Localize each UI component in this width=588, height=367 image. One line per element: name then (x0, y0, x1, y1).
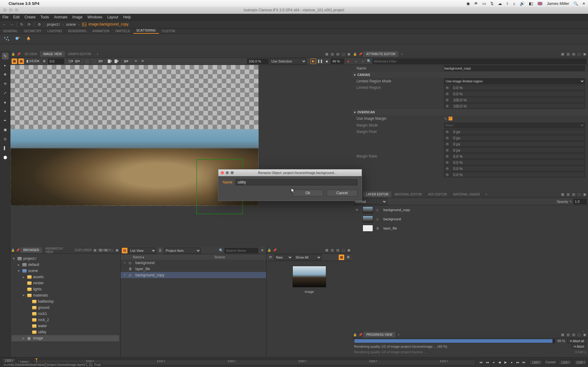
grid-icon[interactable]: ▦ (325, 52, 329, 56)
menu-file[interactable]: File (2, 15, 8, 19)
wand-tool-icon[interactable]: ✦ (2, 108, 9, 115)
col-name[interactable]: Name ▸ (121, 255, 213, 259)
filter-icon[interactable]: ☰ (157, 248, 163, 253)
limited-region-mode-select[interactable]: Use image limited region (444, 78, 585, 84)
scale-tool-icon[interactable]: ⤢ (2, 89, 9, 96)
tab-browser[interactable]: BROWSER (20, 247, 42, 253)
col-source[interactable]: Source (213, 255, 266, 259)
shelf-tab-animation[interactable]: ANIMATION (89, 28, 112, 34)
attr-value[interactable]: 0.0 % (451, 172, 585, 177)
menu-image[interactable]: Image (72, 15, 82, 19)
forward-icon[interactable]: → (360, 59, 366, 64)
tree-node[interactable]: render (33, 281, 44, 285)
play-icon[interactable]: ▶ (503, 360, 508, 365)
ruler-tool-icon[interactable]: ▌ (2, 145, 9, 151)
back-icon[interactable]: ← (353, 59, 359, 64)
volume-icon[interactable]: 🔊 (520, 1, 525, 6)
add-tab-icon[interactable]: + (483, 191, 490, 197)
list-body[interactable]: +◇background 🗎layer_file +◇background_co… (121, 260, 266, 357)
overscan-icon[interactable]: ⬛ (91, 59, 96, 64)
maximize-icon[interactable]: ▢ (109, 248, 114, 252)
grid-icon[interactable]: ▦ (560, 192, 565, 197)
crop-tool-icon[interactable]: ▣ (2, 126, 9, 133)
rotate-tool-icon[interactable]: ⟲ (2, 80, 9, 87)
battery-icon[interactable]: ▮▯ (529, 1, 533, 6)
tree-node[interactable]: rock_2 (38, 318, 49, 322)
layer-row[interactable]: ◇background (352, 214, 588, 224)
use-image-margin-checkbox[interactable] (448, 116, 453, 121)
attribute-editor-body[interactable]: Name ▾CANVAS Limited Region Mode Use ima… (352, 65, 588, 191)
list-row[interactable]: +◇background (121, 260, 266, 266)
maximize-icon[interactable]: ▢ (341, 248, 345, 252)
tree-node[interactable]: default (28, 263, 39, 267)
next-key-icon[interactable]: ▸▸ (515, 360, 520, 365)
abort-all-button[interactable]: ✕ Abort all (567, 339, 586, 343)
menu-help[interactable]: Help (123, 15, 131, 19)
menu-tools[interactable]: Tools (40, 15, 49, 19)
exposure-icon[interactable]: ⊕ (41, 59, 47, 64)
dropbox-icon[interactable]: ⇅ (490, 1, 494, 6)
tab-aov-editor[interactable]: AOV EDITOR (425, 191, 450, 197)
maximize-icon[interactable]: ▢ (577, 192, 581, 197)
split-v-icon[interactable]: ▥ (566, 52, 570, 56)
tree-node[interactable]: utility (38, 330, 46, 334)
status-icon[interactable]: 👁 (474, 1, 478, 6)
keyframe-icon[interactable]: ⎋ (444, 160, 450, 165)
refresh-all-icon[interactable]: ⟳ (27, 22, 32, 27)
list-row[interactable]: 🗎layer_file (121, 266, 266, 272)
tab-hierarchy[interactable]: HIERARCHY VIEW (42, 246, 72, 255)
split-h-icon[interactable]: ▤ (571, 333, 576, 337)
section-canvas[interactable]: ▾CANVAS (352, 72, 588, 78)
close-icon[interactable]: ▣ (582, 192, 587, 197)
shelf-tab-custom[interactable]: CUSTOM (159, 28, 178, 34)
point-cloud-icon[interactable] (14, 36, 21, 42)
close-icon[interactable]: ▣ (582, 52, 587, 56)
attr-filter-input[interactable] (372, 59, 587, 64)
tab-explorer[interactable]: EXPLORER (72, 247, 95, 253)
channels-icon[interactable]: ◫▾ (68, 59, 74, 64)
split-v-icon[interactable]: ▥ (566, 333, 570, 337)
shelf-tab-lighting[interactable]: LIGHTING (44, 28, 65, 34)
prev-key-icon[interactable]: ◂◂ (485, 360, 490, 365)
checker2-icon[interactable]: ▦ (18, 59, 24, 64)
grid-icon[interactable]: ▦ (560, 52, 565, 56)
go-start-icon[interactable]: ⏮ (479, 360, 484, 365)
go-end-icon[interactable]: ⏭ (522, 360, 526, 365)
zoom-field[interactable] (247, 59, 269, 64)
menu-layout[interactable]: Layout (107, 15, 118, 19)
close-icon[interactable]: ▣ (347, 52, 351, 56)
pin-icon[interactable]: 📌 (358, 333, 363, 336)
snap-tool-icon[interactable]: ▲ (2, 99, 9, 105)
attr-name-field[interactable] (444, 66, 585, 71)
pause-icon[interactable]: ❚❚ (317, 59, 323, 64)
shelf-tab-particle[interactable]: PARTICLE (112, 28, 133, 34)
view-mode-select[interactable]: List View (129, 248, 156, 254)
list-row-selected[interactable]: +◇background_copy (121, 272, 266, 278)
image-viewport[interactable] (10, 65, 352, 247)
render-region-icon[interactable]: ⬚ (84, 59, 90, 64)
breadcrumb-current[interactable]: image.background_copy (82, 22, 129, 27)
shelf-tab-geometry[interactable]: GEOMETRY (21, 28, 44, 34)
clear-icon[interactable]: ✕ (140, 59, 145, 64)
spotlight-icon[interactable]: 🔍 (573, 1, 578, 6)
gear-icon[interactable]: ⚙ (345, 255, 351, 260)
range-end[interactable]: 1328 f (558, 360, 572, 365)
gear-icon[interactable]: ⚙ (37, 22, 42, 27)
pin-icon[interactable]: 📌 (272, 248, 277, 252)
eye-icon[interactable]: 👁 (355, 208, 360, 212)
keyframe-icon[interactable]: ⎋ (444, 135, 450, 141)
shelf-tab-general[interactable]: GENERAL (0, 28, 21, 34)
scatter-icon[interactable] (3, 36, 10, 42)
tree-node[interactable]: materials (33, 293, 48, 297)
tab-layer-editor[interactable]: LAYER EDITOR (363, 191, 391, 197)
status-icon[interactable]: ▭ (482, 1, 486, 6)
layer-row[interactable]: 🗎layer_file (352, 224, 588, 233)
preview-thumbnail[interactable] (292, 266, 326, 287)
exposure-field[interactable] (48, 59, 64, 64)
attr-value[interactable]: 100.0 % (451, 103, 585, 109)
cancel-button[interactable]: Cancel (327, 190, 357, 196)
keyframe-icon[interactable]: ⎋ (444, 166, 450, 171)
lut-icon[interactable]: ◍▾ (75, 59, 80, 64)
lock-icon[interactable]: 🔒 (266, 248, 272, 252)
keyframe-icon[interactable]: ⎋ (444, 141, 450, 147)
